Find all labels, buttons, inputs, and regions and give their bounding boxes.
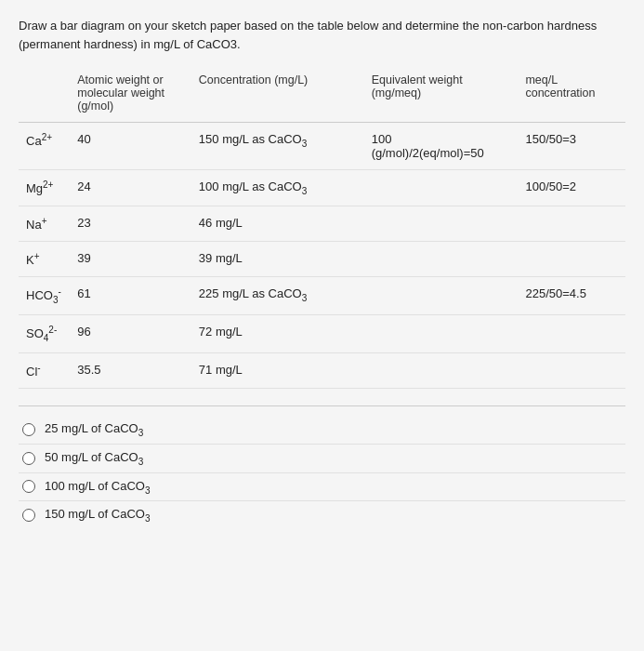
- cell-atomic: 35.5: [70, 353, 191, 389]
- cell-meq: [518, 206, 625, 241]
- cell-equivalent: [364, 206, 519, 241]
- cell-concentration: 39 mg/L: [191, 241, 364, 276]
- radio-button[interactable]: [22, 509, 35, 522]
- options-section: 25 mg/L of CaCO3 50 mg/L of CaCO3 100 mg…: [19, 405, 625, 528]
- cell-meq: 100/50=2: [518, 170, 625, 206]
- table-row: Na+ 23 46 mg/L: [19, 206, 625, 241]
- radio-button[interactable]: [22, 480, 35, 493]
- cell-atomic: 23: [70, 206, 191, 241]
- intro-text: Draw a bar diagram on your sketch paper …: [19, 17, 625, 53]
- option-item[interactable]: 25 mg/L of CaCO3: [19, 416, 625, 445]
- cell-equivalent: [364, 241, 519, 276]
- option-item[interactable]: 50 mg/L of CaCO3: [19, 445, 625, 473]
- cell-ion: HCO3-: [19, 277, 70, 315]
- cell-concentration: 100 mg/L as CaCO3: [191, 170, 364, 206]
- cell-atomic: 96: [70, 315, 191, 353]
- table-row: Cl- 35.5 71 mg/L: [19, 353, 625, 389]
- cell-atomic: 24: [70, 170, 191, 206]
- cell-ion: K+: [19, 241, 70, 276]
- cell-concentration: 46 mg/L: [191, 206, 364, 241]
- cell-meq: [518, 353, 625, 389]
- header-ion: [19, 70, 70, 123]
- option-label: 50 mg/L of CaCO3: [45, 450, 143, 467]
- cell-concentration: 225 mg/L as CaCO3: [191, 277, 364, 315]
- cell-equivalent: [364, 315, 519, 353]
- header-atomic-weight: Atomic weight or molecular weight (g/mol…: [70, 70, 191, 123]
- cell-equivalent: [364, 277, 519, 315]
- cell-concentration: 150 mg/L as CaCO3: [191, 123, 364, 170]
- cell-ion: SO42-: [19, 315, 70, 353]
- cell-atomic: 40: [70, 123, 191, 170]
- cell-meq: 150/50=3: [518, 123, 625, 170]
- table-row: K+ 39 39 mg/L: [19, 241, 625, 276]
- cell-equivalent: [364, 353, 519, 389]
- header-meq-concentration: meq/L concentration: [518, 70, 625, 123]
- radio-button[interactable]: [22, 423, 35, 436]
- table-row: Ca2+ 40 150 mg/L as CaCO3 100(g/mol)/2(e…: [19, 123, 625, 170]
- cell-atomic: 39: [70, 241, 191, 276]
- cell-equivalent: 100(g/mol)/2(eq/mol)=50: [364, 123, 519, 170]
- cell-meq: [518, 315, 625, 353]
- option-label: 150 mg/L of CaCO3: [45, 507, 150, 524]
- table-row: Mg2+ 24 100 mg/L as CaCO3 100/50=2: [19, 170, 625, 206]
- option-item[interactable]: 100 mg/L of CaCO3: [19, 473, 625, 502]
- cell-meq: [518, 241, 625, 276]
- header-concentration: Concentration (mg/L): [191, 70, 364, 123]
- option-label: 25 mg/L of CaCO3: [45, 421, 143, 438]
- cell-meq: 225/50=4.5: [518, 277, 625, 315]
- cell-ion: Cl-: [19, 353, 70, 389]
- cell-concentration: 71 mg/L: [191, 353, 364, 389]
- radio-button[interactable]: [22, 452, 35, 465]
- cell-atomic: 61: [70, 277, 191, 315]
- cell-concentration: 72 mg/L: [191, 315, 364, 353]
- cell-equivalent: [364, 170, 519, 206]
- header-equivalent-weight: Equivalent weight (mg/meq): [364, 70, 519, 123]
- cell-ion: Mg2+: [19, 170, 70, 206]
- table-row: HCO3- 61 225 mg/L as CaCO3 225/50=4.5: [19, 277, 625, 315]
- data-table: Atomic weight or molecular weight (g/mol…: [19, 70, 625, 389]
- option-label: 100 mg/L of CaCO3: [45, 479, 150, 496]
- cell-ion: Na+: [19, 206, 70, 241]
- option-item[interactable]: 150 mg/L of CaCO3: [19, 501, 625, 529]
- table-row: SO42- 96 72 mg/L: [19, 315, 625, 353]
- cell-ion: Ca2+: [19, 123, 70, 170]
